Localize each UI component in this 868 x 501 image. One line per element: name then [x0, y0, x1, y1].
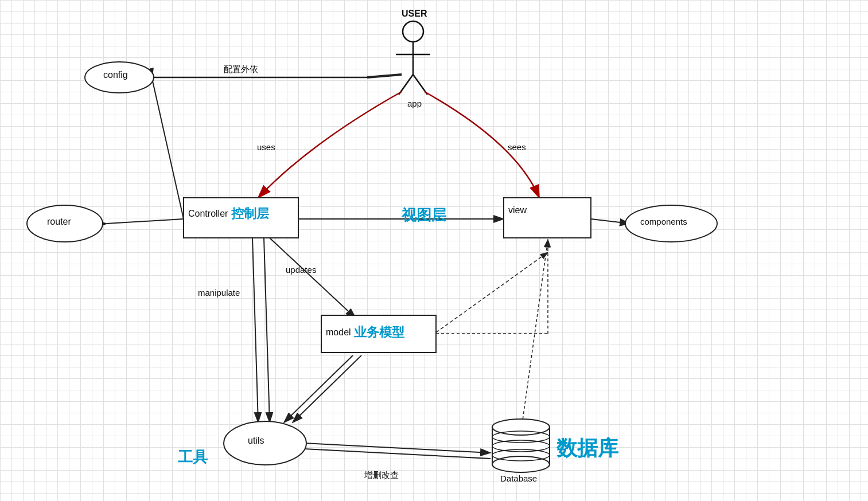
arrow-updates-label: updates: [286, 265, 316, 275]
arrow-zengshanggaizha-label: 增删改查: [364, 470, 399, 481]
svg-line-21: [304, 443, 491, 453]
svg-point-35: [492, 456, 550, 472]
svg-rect-33: [492, 427, 550, 464]
svg-line-11: [367, 75, 402, 77]
svg-line-17: [264, 238, 270, 422]
components-label: components: [640, 217, 687, 226]
app-label: app: [407, 99, 422, 108]
arrow-manipulate-label: manipulate: [198, 288, 240, 298]
model-label: model 业务模型: [326, 324, 404, 341]
svg-line-8: [413, 75, 427, 95]
svg-line-14: [591, 219, 630, 224]
svg-point-39: [492, 440, 550, 452]
svg-line-9: [152, 79, 184, 219]
svg-line-18: [293, 355, 361, 422]
svg-point-34: [492, 419, 550, 435]
utils-cn-label: 工具: [178, 447, 208, 467]
user-label: USER: [402, 9, 427, 19]
router-label: router: [47, 217, 71, 227]
svg-point-40: [492, 449, 550, 461]
svg-line-22: [304, 449, 491, 459]
svg-line-7: [399, 75, 413, 95]
svg-point-32: [224, 421, 306, 465]
svg-line-19: [284, 355, 353, 422]
database-cn-label: 数据库: [556, 435, 618, 463]
view-cn-middle-label: 视图层: [402, 205, 446, 225]
config-label: config: [103, 70, 128, 80]
controller-label: Controller 控制层: [188, 205, 269, 222]
svg-line-20: [436, 252, 548, 332]
svg-line-16: [252, 238, 258, 422]
svg-line-12: [107, 219, 184, 224]
svg-line-15: [270, 238, 356, 318]
database-label: Database: [500, 473, 537, 483]
svg-point-4: [403, 21, 423, 42]
utils-label: utils: [248, 436, 264, 446]
arrow-uses-label: uses: [257, 142, 275, 152]
arrow-sees-label: sees: [508, 142, 526, 152]
arrow-peizhi-label: 配置外依: [224, 64, 258, 75]
svg-point-38: [492, 431, 550, 443]
svg-line-23: [522, 240, 548, 424]
svg-rect-27: [504, 198, 591, 238]
view-label: view: [508, 205, 527, 216]
